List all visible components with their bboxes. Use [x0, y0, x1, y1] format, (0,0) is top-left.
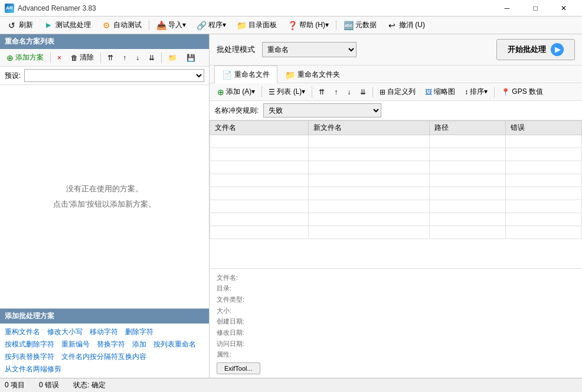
start-batch-button[interactable]: 开始批处理 ▶	[496, 39, 575, 60]
list-icon: ☰	[269, 88, 275, 96]
file-info-filetype: 文件类型:	[217, 294, 575, 305]
toolbar-sep-3	[161, 53, 162, 63]
custom-col-button[interactable]: ⊞ 自定义列	[375, 85, 420, 99]
move-down-icon: ↓	[136, 54, 139, 62]
open-folder-button[interactable]: 📁	[164, 52, 181, 64]
menu-dir-panel[interactable]: 📁 目录面板	[232, 18, 282, 32]
menu-undo-label: 撤消 (U)	[399, 20, 425, 30]
file-info-modified: 修改日期:	[217, 327, 575, 338]
batch-link-item[interactable]: 按列表替换字符	[5, 352, 54, 362]
thumbnail-button[interactable]: 🖼 缩略图	[421, 85, 459, 99]
clear-label: 清除	[80, 53, 94, 63]
batch-link-item[interactable]: 重新编号	[61, 339, 90, 349]
rtoolbar-sep3	[372, 87, 373, 97]
menu-program-label: 程序▾	[208, 20, 226, 30]
menu-batch-test-label: 测试批处理	[55, 20, 91, 30]
delete-icon: ×	[57, 54, 61, 62]
batch-link-item[interactable]: 修改大小写	[47, 327, 83, 337]
menu-undo[interactable]: ↩ 撤消 (U)	[382, 18, 430, 32]
conflict-select[interactable]: 失败 跳过 覆盖 追加编号	[263, 103, 381, 117]
close-button[interactable]: ✕	[550, 0, 577, 17]
menu-program[interactable]: 🔗 程序▾	[192, 18, 231, 32]
file-info-size: 大小:	[217, 305, 575, 316]
add-file-button[interactable]: ⊕ 添加 (A)▾	[213, 85, 259, 99]
batch-mode-row: 批处理模式 重命名 复制 移动 开始批处理 ▶	[210, 34, 582, 66]
file-info-filename: 文件名:	[217, 272, 575, 283]
batch-link-item[interactable]: 删除字符	[125, 327, 153, 337]
empty-msg-line2: 点击'添加'按钮以添加新方案。	[53, 197, 156, 212]
folder-icon: 📁	[168, 54, 177, 62]
preset-select[interactable]	[24, 69, 204, 82]
list-button[interactable]: ☰ 列表 (L)▾	[264, 85, 309, 99]
play-icon: ▶	[551, 43, 564, 56]
batch-link-item[interactable]: 替换字符	[97, 339, 125, 349]
r-move-top-button[interactable]: ⇈	[315, 86, 329, 98]
save-button[interactable]: 💾	[182, 52, 200, 64]
toolbar-sep-2	[100, 53, 101, 63]
move-top-button[interactable]: ⇈	[103, 52, 117, 64]
menu-help[interactable]: ❓ 帮助 (H)▾	[283, 18, 333, 32]
r-move-up-button[interactable]: ↑	[330, 86, 342, 98]
sort-button[interactable]: ↕ 排序▾	[460, 85, 492, 99]
state-label: 状态: 确定	[73, 380, 106, 390]
left-panel: 重命名方案列表 ⊕ 添加方案 × 🗑 清除 ⇈ ↑ ↓	[0, 34, 210, 378]
batch-link-item[interactable]: 按列表重命名	[153, 339, 196, 349]
rtoolbar-sep4	[494, 87, 495, 97]
batch-link-item[interactable]: 文件名内按分隔符互换内容	[61, 352, 146, 362]
table-row	[210, 135, 582, 148]
batch-link-item[interactable]: 从文件名两端修剪	[5, 364, 61, 374]
batch-link-item[interactable]: 添加	[132, 339, 146, 349]
col-path: 路径	[429, 121, 505, 135]
title-bar: AR Advanced Renamer 3.83 ─ □ ✕	[0, 0, 582, 17]
gps-label: GPS 数值	[512, 87, 543, 97]
metadata-icon: 🔤	[344, 21, 353, 30]
main-layout: 重命名方案列表 ⊕ 添加方案 × 🗑 清除 ⇈ ↑ ↓	[0, 34, 582, 378]
file-table: 文件名 新文件名 路径 错误	[210, 120, 582, 268]
delete-scheme-button[interactable]: ×	[53, 52, 66, 64]
col-error: 错误	[505, 121, 581, 135]
move-top-icon: ⇈	[107, 54, 113, 62]
menu-metadata[interactable]: 🔤 元数据	[339, 18, 381, 32]
menu-batch-test[interactable]: ▶ 测试批处理	[39, 18, 96, 32]
errors-count: 0 错误	[39, 380, 59, 390]
window-controls: ─ □ ✕	[493, 0, 577, 17]
table-row	[210, 226, 582, 239]
filename-label: 文件名:	[217, 274, 238, 281]
move-down-button[interactable]: ↓	[132, 52, 143, 64]
r-move-down-button[interactable]: ↓	[343, 86, 355, 98]
maximize-button[interactable]: □	[522, 0, 549, 17]
modified-label: 修改日期:	[217, 329, 244, 336]
tab-rename-file[interactable]: 📄 重命名文件	[214, 66, 277, 83]
files-table-element: 文件名 新文件名 路径 错误	[210, 120, 582, 239]
preset-row: 预设:	[0, 67, 209, 85]
menu-help-label: 帮助 (H)▾	[299, 20, 329, 30]
r-move-down-icon: ↓	[347, 88, 351, 96]
menu-auto-test[interactable]: ⚙ 自动测试	[97, 18, 146, 32]
move-up-button[interactable]: ↑	[119, 52, 130, 64]
exiftool-button[interactable]: ExifTool...	[217, 362, 260, 374]
r-move-bottom-button[interactable]: ⇊	[356, 86, 370, 98]
tab-rename-folder[interactable]: 📁 重命名文件夹	[277, 66, 348, 83]
batch-link-item[interactable]: 按模式删除字符	[5, 339, 54, 349]
custom-col-icon: ⊞	[380, 88, 385, 96]
scheme-list-header: 重命名方案列表	[0, 34, 209, 49]
menu-metadata-label: 元数据	[355, 20, 377, 30]
undo-icon: ↩	[387, 21, 397, 30]
help-icon: ❓	[287, 21, 297, 30]
batch-mode-select[interactable]: 重命名 复制 移动	[262, 42, 357, 57]
add-file-label: 添加 (A)▾	[226, 87, 255, 97]
menu-import[interactable]: 📥 导入▾	[152, 18, 191, 32]
clear-scheme-button[interactable]: 🗑 清除	[67, 51, 98, 64]
move-bottom-button[interactable]: ⇊	[145, 52, 159, 64]
batch-link-item[interactable]: 重构文件名	[5, 327, 40, 337]
rename-file-tab-label: 重命名文件	[234, 70, 270, 80]
menu-refresh[interactable]: ↺ 刷新	[2, 18, 38, 32]
minimize-button[interactable]: ─	[493, 0, 521, 17]
sort-icon: ↕	[465, 88, 468, 96]
batch-link-item[interactable]: 移动字符	[90, 327, 118, 337]
conflict-row: 名称冲突规则: 失败 跳过 覆盖 追加编号	[210, 101, 582, 120]
sort-label: 排序▾	[470, 87, 488, 97]
add-scheme-button[interactable]: ⊕ 添加方案	[2, 51, 48, 64]
rtoolbar-sep2	[312, 87, 312, 97]
gps-button[interactable]: 📍 GPS 数值	[497, 85, 547, 99]
